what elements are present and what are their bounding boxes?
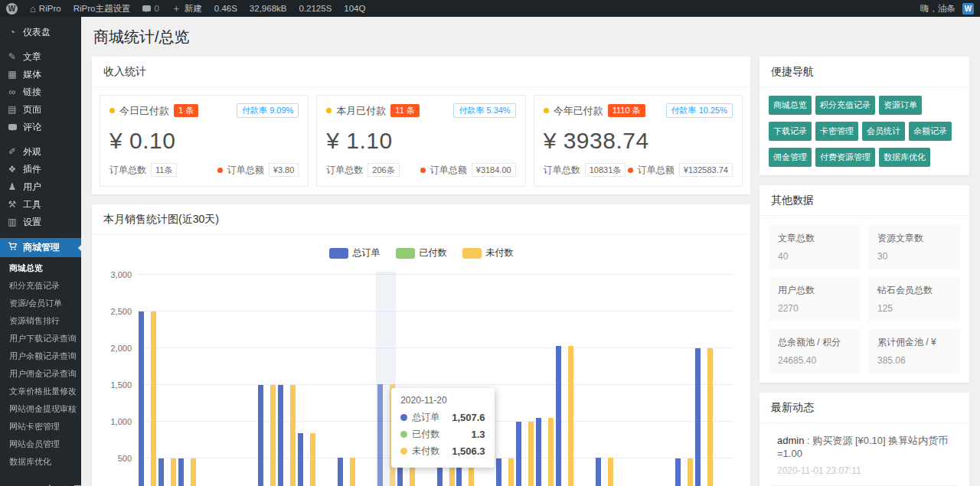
bar-group[interactable] (634, 275, 654, 486)
sidebar-item-settings[interactable]: ▥ 设置 (0, 214, 81, 231)
bar-group[interactable] (356, 275, 376, 486)
sidebar-item-media[interactable]: ▦ 媒体 (0, 66, 81, 83)
nav-button-card-key[interactable]: 卡密管理 (815, 122, 858, 141)
bar-group[interactable] (178, 275, 198, 486)
page-title: 商城统计/总览 (93, 27, 969, 47)
comments-link[interactable]: 0 (136, 0, 165, 17)
orders-value: 10831条 (585, 163, 626, 177)
bar (350, 458, 355, 486)
sidebar-item-links[interactable]: ∞ 链接 (0, 83, 81, 101)
nav-button-db-optimize[interactable]: 数据库优化 (879, 148, 930, 167)
new-content-link[interactable]: ＋ 新建 (165, 0, 208, 17)
sidebar-item-tools[interactable]: ⚒ 工具 (0, 196, 81, 214)
bar-group[interactable] (674, 275, 694, 486)
nav-button-balance-records[interactable]: 余额记录 (909, 122, 952, 141)
sidebar-item-plugins[interactable]: ❖ 插件 (0, 161, 81, 178)
submenu-member-manage[interactable]: 网站会员管理 (0, 435, 81, 453)
nav-button-download-records[interactable]: 下载记录 (769, 122, 812, 141)
bar (310, 433, 315, 486)
legend-swatch (329, 248, 348, 259)
sidebar-item-users[interactable]: ♟ 用户 (0, 178, 81, 196)
nav-button-member-stats[interactable]: 会员统计 (862, 122, 905, 141)
orders-value: 206条 (368, 163, 399, 177)
theme-settings-link[interactable]: RiPro主题设置 (67, 0, 137, 17)
submenu-download-records[interactable]: 用户下载记录查询 (0, 330, 81, 347)
bar-group[interactable] (575, 275, 595, 486)
bar-group[interactable] (654, 275, 674, 486)
nav-button-commission[interactable]: 佣金管理 (769, 148, 812, 167)
bar-group[interactable] (694, 275, 714, 486)
submenu-sales-ranking[interactable]: 资源销售排行 (0, 312, 81, 330)
wordpress-menu[interactable]: W (0, 0, 24, 17)
nav-button-points-recharge[interactable]: 积分充值记录 (815, 96, 875, 115)
bar-group[interactable] (237, 275, 257, 486)
nav-button-paid-resources[interactable]: 付费资源管理 (815, 148, 875, 167)
sidebar-item-posts[interactable]: ✎ 文章 (0, 48, 81, 66)
site-link[interactable]: ⌂ RiPro (24, 0, 67, 17)
legend-item-paid[interactable]: 已付数 (396, 246, 447, 259)
sidebar-item-dashboard[interactable]: ◔ 仪表盘 (0, 24, 81, 41)
submenu-db-optimize[interactable]: 数据库优化 (0, 453, 81, 471)
submenu-shop-overview[interactable]: 商城总览 (0, 259, 81, 277)
bar-group[interactable] (714, 275, 733, 486)
bar-group[interactable] (615, 275, 635, 486)
bar-group[interactable] (595, 275, 615, 486)
submenu-commission-records[interactable]: 用户佣金记录查询 (0, 365, 81, 383)
bar-group[interactable] (257, 275, 277, 486)
sidebar-item-shop-manage[interactable]: 商城管理 (0, 238, 81, 257)
orders-value: 11条 (151, 163, 177, 177)
bar-group[interactable] (495, 275, 515, 486)
rate-badge: 付款率 10.25% (666, 103, 733, 118)
total-value: ¥3184.00 (472, 163, 516, 177)
bar-group[interactable] (277, 275, 297, 486)
nav-button-shop-overview[interactable]: 商城总览 (769, 96, 812, 115)
submenu-batch-price-edit[interactable]: 文章价格批量修改 (0, 383, 81, 400)
submenu-withdraw-review[interactable]: 网站佣金提现审核 (0, 400, 81, 418)
bar-group[interactable] (138, 275, 158, 486)
submenu-balance-records[interactable]: 用户余额记录查询 (0, 347, 81, 365)
legend-item-total-orders[interactable]: 总订单 (329, 246, 381, 259)
bar-group[interactable] (316, 275, 336, 486)
bar-group[interactable] (515, 275, 535, 486)
stat-box-total-posts: 文章总数 40 (769, 225, 861, 269)
bar-group[interactable] (217, 275, 237, 486)
appearance-icon: ✐ (7, 147, 18, 157)
plugins-icon: ❖ (7, 165, 18, 175)
bar-group[interactable] (297, 275, 317, 486)
tooltip-dot (400, 448, 407, 455)
comments-count: 0 (154, 4, 158, 13)
stat-box-commission-pool: 累计佣金池 / ¥ 385.06 (868, 329, 960, 373)
bar (290, 385, 296, 486)
account-menu[interactable]: 嗨，油条 W (914, 0, 980, 17)
bar (171, 458, 176, 486)
chart-legend: 总订单 已付数 未付数 (100, 246, 743, 259)
bar (178, 458, 184, 486)
quick-nav-card: 便捷导航 商城总览 积分充值记录 资源订单 下载记录 卡密管理 会员统计 余额记… (760, 57, 969, 175)
bar-group[interactable] (336, 275, 356, 486)
sidebar-item-appearance[interactable]: ✐ 外观 (0, 143, 81, 161)
chart-grid: 2020-11-20 总订单 1,507.6 已付数 1.3 (138, 275, 733, 486)
sidebar-item-pages[interactable]: ▤ 页面 (0, 101, 81, 119)
submenu-card-key-manage[interactable]: 网站卡密管理 (0, 418, 81, 435)
bar-group[interactable] (535, 275, 555, 486)
sidebar-item-comments[interactable]: 评论 (0, 119, 81, 136)
links-icon: ∞ (7, 87, 18, 97)
bar (158, 458, 164, 486)
sidebar-item-ripro-settings[interactable]: ⚙ RiPro主题设置 (0, 481, 81, 486)
main-content: 商城统计/总览 收入统计 今日已付款 1 条 付款率 9.09% ¥ 0.10 (81, 0, 980, 486)
stat-box-total-users: 用户总数 2270 (769, 277, 861, 321)
bar (536, 418, 541, 486)
legend-item-unpaid[interactable]: 未付数 (462, 246, 514, 259)
bar-group[interactable] (555, 275, 575, 486)
y-axis-tick: 1,000 (110, 417, 132, 426)
nav-button-resource-orders[interactable]: 资源订单 (879, 96, 922, 115)
income-card-title: 收入统计 (92, 57, 750, 87)
submenu-points-recharge[interactable]: 积分充值记录 (0, 277, 81, 295)
bar (548, 418, 554, 486)
bar-group[interactable] (198, 275, 217, 486)
amount-value: ¥ 3938.74 (544, 128, 733, 154)
bar-group[interactable] (158, 275, 178, 486)
bullet-icon (217, 168, 223, 173)
submenu-resource-orders[interactable]: 资源/会员订单 (0, 295, 81, 312)
today-paid-card: 今日已付款 1 条 付款率 9.09% ¥ 0.10 订单总数 11条 订单总额… (100, 95, 309, 187)
